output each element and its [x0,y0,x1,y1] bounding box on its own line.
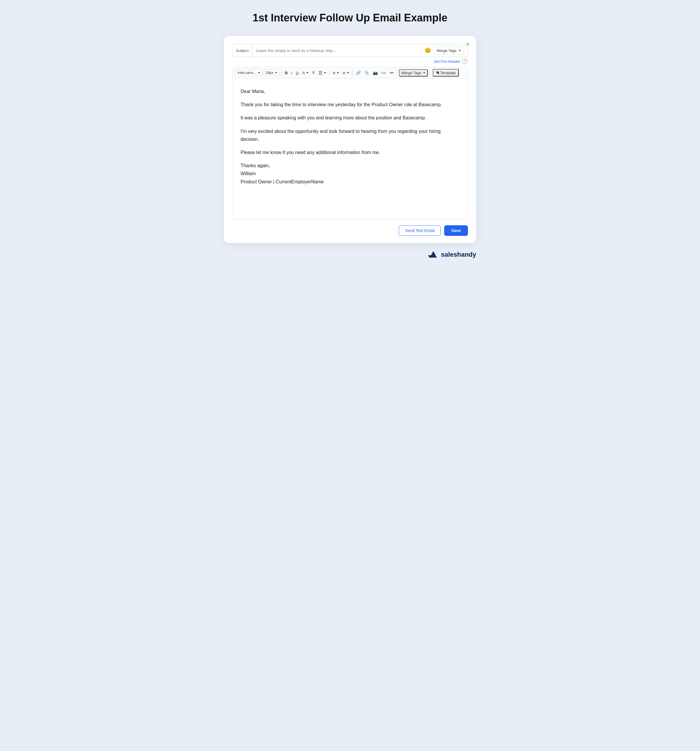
body-merge-tags-button[interactable]: Merge Tags [399,69,428,77]
email-paragraph-1: Thank you for taking the time to intervi… [241,100,459,108]
editor-toolbar: inter,sans... 16px B I U A T ☰ ≡ ≡ [232,67,468,79]
subject-label: Subject [236,44,252,57]
pre-header-help-icon[interactable]: ? [462,59,467,64]
footer-actions: Send Test Email Save [232,225,468,236]
link-button[interactable]: 🔗 [354,70,362,76]
italic-button[interactable]: I [290,70,294,76]
code-button[interactable]: <> [380,70,388,76]
template-button[interactable]: ◥ Template [433,69,459,77]
font-size-selector[interactable]: 16px [263,70,280,76]
email-greeting: Dear Maria, [241,87,459,95]
send-test-email-button[interactable]: Send Test Email [399,225,440,236]
email-paragraph-3: I'm very excited about the opportunity a… [241,127,459,143]
toolbar-divider [281,70,282,76]
saleshandy-icon [428,249,439,260]
email-composer-modal: × Subject 😊 Merge Tags Set Pre-Header ? … [224,36,476,243]
more-options-button[interactable]: ••• [388,70,395,76]
unordered-list-button[interactable]: ≡ [341,70,351,76]
font-family-selector[interactable]: inter,sans... [235,70,263,76]
email-closing: Thanks again, William Product Owner | Cu… [241,162,459,186]
bold-button[interactable]: B [283,70,289,76]
brand-name: saleshandy [441,251,476,258]
chevron-down-icon [337,72,339,74]
subject-actions: 😊 Merge Tags [425,46,464,54]
chevron-down-icon [347,72,349,74]
email-editor-body[interactable]: Dear Maria, Thank you for taking the tim… [232,79,468,219]
chevron-down-icon [423,72,425,74]
underline-button[interactable]: U [295,70,300,76]
toolbar-divider [329,70,330,76]
chevron-down-icon [306,72,309,74]
toolbar-divider [397,70,397,76]
email-paragraph-4: Please let me know if you need any addit… [241,148,459,156]
attachment-button[interactable]: 📎 [363,70,371,76]
subject-row: Subject 😊 Merge Tags [232,44,468,57]
strikethrough-button[interactable]: T [311,70,316,76]
emoji-button[interactable]: 😊 [425,47,431,54]
align-button[interactable]: ☰ [317,69,328,77]
save-button[interactable]: Save [444,225,468,236]
pre-header-link[interactable]: Set Pre-Header [434,59,460,64]
subject-merge-tags-button[interactable]: Merge Tags [433,46,464,54]
subject-input[interactable] [252,48,425,53]
chevron-down-icon [459,50,461,51]
image-button[interactable]: 📷 [371,70,379,76]
chevron-down-icon [258,72,260,74]
text-color-button[interactable]: A [301,70,310,76]
close-button[interactable]: × [466,41,470,48]
pre-header-row: Set Pre-Header ? [232,59,468,64]
ordered-list-button[interactable]: ≡ [332,70,341,76]
template-icon: ◥ [436,70,439,75]
brand-footer: saleshandy [224,249,476,260]
toolbar-divider [430,70,430,76]
email-paragraph-2: It was a pleasure speaking with you and … [241,114,459,122]
chevron-down-icon [275,72,277,74]
chevron-down-icon [324,72,326,74]
brand-logo: saleshandy [428,249,476,260]
page-title: 1st Interview Follow Up Email Example [253,12,447,24]
